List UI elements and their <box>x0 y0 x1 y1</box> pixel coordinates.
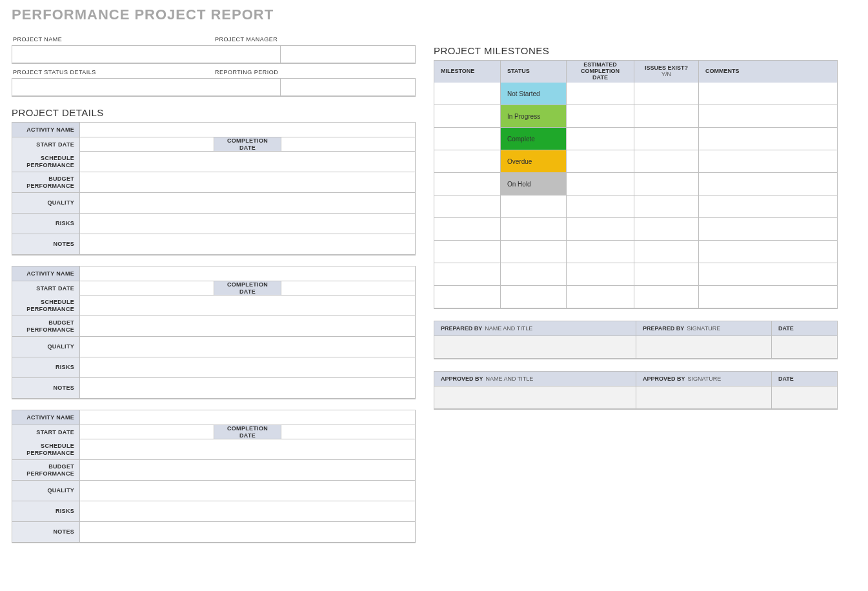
milestone-cell[interactable] <box>434 83 500 105</box>
milestone-cell[interactable] <box>434 195 500 217</box>
project-name-field[interactable] <box>12 46 280 63</box>
notes-field[interactable] <box>79 378 415 398</box>
prepared-date-field[interactable] <box>771 336 837 358</box>
budget-perf-label: BUDGET PERFORMANCE <box>12 460 79 480</box>
completion-date-field[interactable] <box>281 281 415 295</box>
prepared-sig-field[interactable] <box>636 336 771 358</box>
status-cell[interactable]: Overdue <box>500 150 566 172</box>
activity-name-label: ACTIVITY NAME <box>12 266 79 281</box>
start-date-field[interactable] <box>79 137 214 151</box>
quality-field[interactable] <box>79 337 415 357</box>
quality-label: QUALITY <box>12 337 79 357</box>
risks-field[interactable] <box>79 214 415 234</box>
est-completion-cell[interactable] <box>566 173 634 195</box>
issues-cell[interactable] <box>634 195 698 217</box>
est-completion-cell[interactable] <box>566 83 634 105</box>
est-completion-cell[interactable] <box>566 128 634 150</box>
approved-sig-field[interactable] <box>636 386 771 408</box>
issues-cell[interactable] <box>634 173 698 195</box>
comments-cell[interactable] <box>698 128 837 150</box>
milestone-cell[interactable] <box>434 128 500 150</box>
comments-cell[interactable] <box>698 286 837 308</box>
status-cell[interactable] <box>500 241 566 263</box>
risks-field[interactable] <box>79 501 415 521</box>
milestone-cell[interactable] <box>434 105 500 127</box>
notes-field[interactable] <box>79 522 415 542</box>
status-cell[interactable]: Not Started <box>500 83 566 105</box>
notes-field[interactable] <box>79 234 415 254</box>
est-completion-cell[interactable] <box>566 241 634 263</box>
quality-field[interactable] <box>79 481 415 501</box>
project-manager-field[interactable] <box>280 46 415 63</box>
status-cell[interactable] <box>500 195 566 217</box>
milestone-row <box>434 263 837 285</box>
prepared-name-label: PREPARED BYNAME AND TITLE <box>434 321 636 336</box>
approved-date-label: DATE <box>771 372 837 386</box>
reporting-period-field[interactable] <box>280 79 415 95</box>
start-date-field[interactable] <box>79 425 214 439</box>
milestone-cell[interactable] <box>434 241 500 263</box>
schedule-perf-field[interactable] <box>79 439 415 459</box>
issues-cell[interactable] <box>634 105 698 127</box>
status-cell[interactable]: On Hold <box>500 173 566 195</box>
milestone-cell[interactable] <box>434 173 500 195</box>
comments-cell[interactable] <box>698 218 837 240</box>
approved-date-field[interactable] <box>771 386 837 408</box>
status-cell[interactable] <box>500 263 566 285</box>
budget-perf-field[interactable] <box>79 172 415 192</box>
status-cell[interactable] <box>500 218 566 240</box>
issues-cell[interactable] <box>634 263 698 285</box>
notes-label: NOTES <box>12 378 79 398</box>
activity-block: ACTIVITY NAMESTART DATECOMPLETION DATESC… <box>12 266 416 399</box>
est-completion-cell[interactable] <box>566 286 634 308</box>
est-completion-cell[interactable] <box>566 150 634 172</box>
activity-name-field[interactable] <box>79 123 415 137</box>
comments-cell[interactable] <box>698 263 837 285</box>
prepared-name-field[interactable] <box>434 336 636 358</box>
milestone-cell[interactable] <box>434 218 500 240</box>
activity-name-field[interactable] <box>79 266 415 281</box>
budget-perf-field[interactable] <box>79 316 415 336</box>
activity-block: ACTIVITY NAMESTART DATECOMPLETION DATESC… <box>12 410 416 543</box>
milestone-cell[interactable] <box>434 263 500 285</box>
est-completion-cell[interactable] <box>566 218 634 240</box>
approved-name-field[interactable] <box>434 386 636 408</box>
issues-cell[interactable] <box>634 128 698 150</box>
comments-cell[interactable] <box>698 173 837 195</box>
activity-name-field[interactable] <box>79 410 415 425</box>
risks-field[interactable] <box>79 357 415 377</box>
quality-field[interactable] <box>79 193 415 213</box>
issues-cell[interactable] <box>634 150 698 172</box>
est-completion-cell[interactable] <box>566 195 634 217</box>
milestone-cell[interactable] <box>434 150 500 172</box>
comments-cell[interactable] <box>698 83 837 105</box>
start-date-label: START DATE <box>12 281 79 296</box>
issues-cell[interactable] <box>634 83 698 105</box>
quality-label: QUALITY <box>12 193 79 213</box>
est-completion-cell[interactable] <box>566 263 634 285</box>
schedule-perf-field[interactable] <box>79 296 415 316</box>
est-completion-cell[interactable] <box>566 105 634 127</box>
status-cell[interactable]: In Progress <box>500 105 566 127</box>
comments-cell[interactable] <box>698 195 837 217</box>
issues-cell[interactable] <box>634 286 698 308</box>
completion-date-field[interactable] <box>281 137 415 151</box>
status-details-field[interactable] <box>12 79 280 95</box>
comments-cell[interactable] <box>698 105 837 127</box>
milestone-row <box>434 217 837 240</box>
approved-name-label: APPROVED BYNAME AND TITLE <box>434 372 636 386</box>
completion-date-field[interactable] <box>281 425 415 439</box>
status-cell[interactable]: Complete <box>500 128 566 150</box>
schedule-perf-field[interactable] <box>79 152 415 172</box>
comments-cell[interactable] <box>698 241 837 263</box>
milestone-cell[interactable] <box>434 286 500 308</box>
issues-cell[interactable] <box>634 241 698 263</box>
comments-cell[interactable] <box>698 150 837 172</box>
col-milestone: MILESTONE <box>434 61 500 83</box>
start-date-field[interactable] <box>79 281 214 295</box>
issues-cell[interactable] <box>634 218 698 240</box>
budget-perf-field[interactable] <box>79 460 415 480</box>
prepared-table: PREPARED BYNAME AND TITLE PREPARED BYSIG… <box>434 321 838 359</box>
status-cell[interactable] <box>500 286 566 308</box>
schedule-perf-label: SCHEDULE PERFORMANCE <box>12 296 79 316</box>
